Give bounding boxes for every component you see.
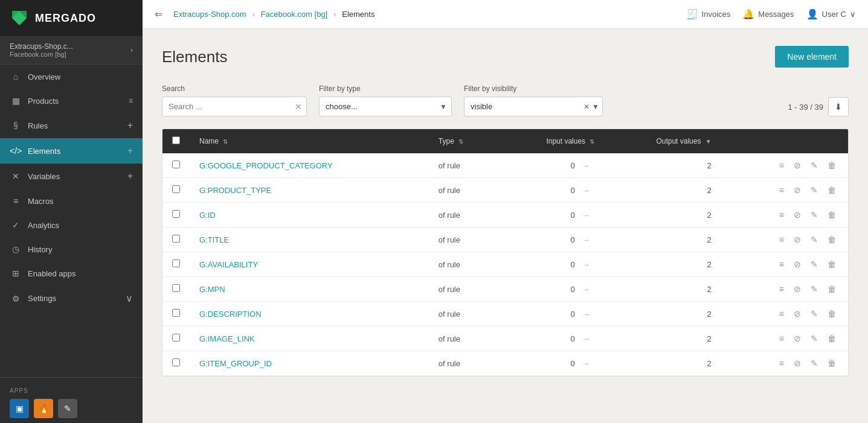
th-type[interactable]: Type ⇅ (429, 129, 498, 153)
edit-action-button[interactable]: ✎ (808, 308, 820, 320)
hide-action-button[interactable]: ⊘ (791, 332, 803, 345)
sidebar-item-settings[interactable]: ⚙ Settings ∨ (0, 285, 143, 311)
sidebar-item-elements[interactable]: </> Elements + (0, 138, 143, 164)
delete-action-button[interactable]: 🗑 (825, 209, 838, 221)
edit-action-button[interactable]: ✎ (808, 357, 820, 369)
edit-action-button[interactable]: ✎ (808, 184, 820, 196)
hide-action-button[interactable]: ⊘ (791, 357, 803, 369)
row-checkbox[interactable] (172, 259, 180, 267)
topbar-left: ⇐ Extracups-Shop.com › Facebook.com [bg]… (155, 8, 375, 20)
delete-action-button[interactable]: 🗑 (825, 357, 838, 369)
sidebar-item-variables[interactable]: ✕ Variables + (0, 164, 143, 189)
sidebar-item-rules[interactable]: § Rules + (0, 113, 143, 138)
delete-action-button[interactable]: 🗑 (825, 159, 838, 171)
list-action-button[interactable]: ≡ (777, 332, 786, 345)
row-checkbox[interactable] (172, 161, 180, 168)
list-action-button[interactable]: ≡ (777, 234, 786, 246)
list-action-button[interactable]: ≡ (777, 308, 786, 320)
visibility-filter-select[interactable]: visible (464, 97, 603, 116)
row-checkbox[interactable] (172, 358, 180, 366)
sidebar-item-products[interactable]: ▦ Products ≡ (0, 89, 143, 113)
download-button[interactable]: ⬇ (828, 97, 849, 116)
hide-action-button[interactable]: ⊘ (791, 209, 803, 221)
row-checkbox-cell[interactable] (162, 302, 190, 326)
th-input-values[interactable]: Input values ⇅ (498, 129, 605, 153)
delete-action-button[interactable]: 🗑 (825, 332, 838, 345)
hide-action-button[interactable]: ⊘ (791, 258, 803, 270)
element-link[interactable]: G:TITLE (199, 235, 229, 244)
hide-action-button[interactable]: ⊘ (791, 234, 803, 246)
invoices-button[interactable]: 🧾 Invoices (686, 8, 731, 20)
breadcrumb-feed[interactable]: Facebook.com [bg] (261, 10, 328, 19)
messages-button[interactable]: 🔔 Messages (742, 8, 794, 20)
row-checkbox-cell[interactable] (162, 326, 190, 351)
row-checkbox-cell[interactable] (162, 178, 190, 203)
app-icon-1[interactable]: ▣ (10, 399, 29, 418)
edit-action-button[interactable]: ✎ (808, 332, 820, 345)
delete-action-button[interactable]: 🗑 (825, 258, 838, 270)
row-checkbox-cell[interactable] (162, 252, 190, 277)
hide-action-button[interactable]: ⊘ (791, 184, 803, 196)
hide-action-button[interactable]: ⊘ (791, 283, 803, 295)
element-link[interactable]: G:AVAILABILITY (199, 260, 258, 269)
edit-action-button[interactable]: ✎ (808, 258, 820, 270)
element-link[interactable]: G:GOOGLE_PRODUCT_CATEGORY (199, 161, 333, 170)
element-link[interactable]: G:DESCRIPTION (199, 310, 262, 319)
search-input[interactable] (162, 97, 307, 116)
edit-action-button[interactable]: ✎ (808, 234, 820, 246)
element-link[interactable]: G:PRODUCT_TYPE (199, 186, 271, 195)
sidebar-item-overview[interactable]: ⌂ Overview (0, 65, 143, 89)
hide-action-button[interactable]: ⊘ (791, 159, 803, 171)
row-checkbox[interactable] (172, 210, 180, 218)
row-checkbox[interactable] (172, 284, 180, 292)
element-link[interactable]: G:MPN (199, 285, 225, 294)
sidebar-item-macros[interactable]: ≡ Macros (0, 189, 143, 213)
delete-action-button[interactable]: 🗑 (825, 308, 838, 320)
sidebar-item-history[interactable]: ◷ History (0, 237, 143, 261)
row-checkbox[interactable] (172, 334, 180, 342)
sidebar-item-enabled-apps[interactable]: ⊞ Enabled apps (0, 261, 143, 285)
edit-action-button[interactable]: ✎ (808, 283, 820, 295)
row-checkbox-cell[interactable] (162, 227, 190, 252)
sort-output-icon: ▼ (706, 138, 712, 145)
edit-action-button[interactable]: ✎ (808, 159, 820, 171)
sidebar-item-analytics[interactable]: ✓ Analytics (0, 213, 143, 237)
element-link[interactable]: G:ID (199, 211, 216, 220)
row-checkbox-cell[interactable] (162, 277, 190, 302)
row-checkbox-cell[interactable] (162, 153, 190, 178)
delete-action-button[interactable]: 🗑 (825, 234, 838, 246)
delete-action-button[interactable]: 🗑 (825, 184, 838, 196)
type-filter-select[interactable]: choose... (319, 97, 452, 116)
row-checkbox-cell[interactable] (162, 203, 190, 227)
list-action-button[interactable]: ≡ (777, 209, 786, 221)
breadcrumb-shop[interactable]: Extracups-Shop.com (173, 10, 246, 19)
row-checkbox[interactable] (172, 309, 180, 317)
list-action-button[interactable]: ≡ (777, 258, 786, 270)
edit-action-button[interactable]: ✎ (808, 209, 820, 221)
shop-selector[interactable]: Extracups-Shop.c... Facebook.com [bg] › (0, 36, 143, 65)
th-output-values[interactable]: Output values ▼ (604, 129, 721, 153)
search-clear-icon[interactable]: ✕ (295, 102, 302, 112)
row-checkbox[interactable] (172, 185, 180, 193)
th-name[interactable]: Name ⇅ (190, 129, 429, 153)
list-action-button[interactable]: ≡ (777, 159, 786, 171)
row-checkbox[interactable] (172, 235, 180, 243)
app-icon-3[interactable]: ✎ (58, 399, 77, 418)
new-element-button[interactable]: New element (775, 46, 849, 68)
app-icon-2[interactable]: 🔥 (34, 399, 53, 418)
row-checkbox-cell[interactable] (162, 351, 190, 376)
hide-action-button[interactable]: ⊘ (791, 308, 803, 320)
list-action-button[interactable]: ≡ (777, 357, 786, 369)
select-all-checkbox[interactable] (172, 136, 180, 144)
list-action-button[interactable]: ≡ (777, 184, 786, 196)
element-link[interactable]: G:ITEM_GROUP_ID (199, 359, 272, 368)
sidebar-toggle-icon[interactable]: ⇐ (155, 8, 162, 20)
visibility-clear-icon[interactable]: ✕ (583, 103, 590, 111)
th-actions (721, 129, 848, 153)
row-input: 0 → (498, 351, 605, 376)
select-all-header[interactable] (162, 129, 190, 153)
user-menu[interactable]: 👤 User C ∨ (806, 8, 856, 20)
element-link[interactable]: G:IMAGE_LINK (199, 334, 255, 343)
delete-action-button[interactable]: 🗑 (825, 283, 838, 295)
list-action-button[interactable]: ≡ (777, 283, 786, 295)
